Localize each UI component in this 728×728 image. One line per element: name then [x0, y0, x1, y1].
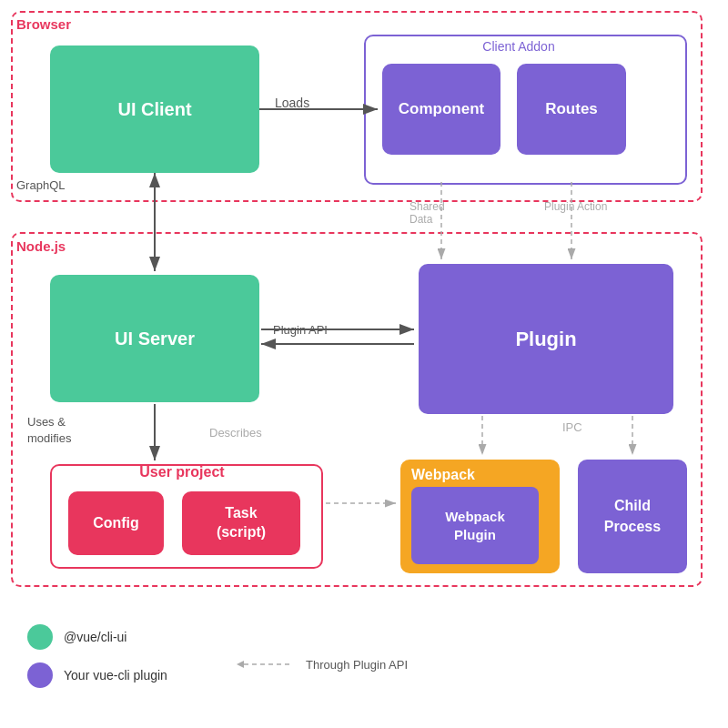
component-label: Component [399, 100, 484, 118]
client-addon-label: Client Addon [414, 39, 623, 54]
graphql-label: GraphQL [16, 178, 65, 192]
legend-arrow-label: Through Plugin API [306, 658, 408, 672]
user-project-label: User project [91, 464, 273, 480]
legend-arrow-item: Through Plugin API [237, 657, 408, 672]
config-box: Config [68, 491, 164, 555]
uses-modifies-label: Uses &modifies [27, 414, 71, 447]
diagram-container: Browser Node.js UI Client Client Addon C… [0, 0, 728, 728]
legend-item-purple: Your vue-cli plugin [27, 662, 167, 688]
legend-green-label: @vue/cli-ui [64, 630, 126, 644]
child-process-label: ChildProcess [604, 496, 661, 537]
legend-arrow-svg [237, 657, 300, 672]
component-box: Component [382, 64, 500, 155]
legend-item-green: @vue/cli-ui [27, 624, 167, 650]
webpack-label: Webpack [411, 467, 475, 483]
shared-data-label: SharedData [410, 200, 445, 226]
browser-label: Browser [16, 16, 71, 32]
loads-label: Loads [275, 96, 309, 110]
webpack-plugin-label: WebpackPlugin [445, 508, 505, 543]
svg-marker-15 [237, 661, 244, 668]
ui-server-box: UI Server [50, 275, 259, 402]
webpack-plugin-box: WebpackPlugin [411, 487, 539, 564]
plugin-box: Plugin [419, 264, 673, 414]
purple-circle-icon [27, 662, 53, 688]
legend: @vue/cli-ui Your vue-cli plugin [27, 624, 167, 701]
routes-label: Routes [545, 100, 598, 118]
plugin-action-label: Plugin Action [544, 200, 607, 213]
child-process-box: ChildProcess [578, 460, 687, 573]
ui-client-box: UI Client [50, 46, 259, 173]
legend-purple-label: Your vue-cli plugin [64, 668, 167, 682]
plugin-label: Plugin [515, 328, 576, 351]
ui-client-label: UI Client [117, 99, 191, 120]
ipc-label: IPC [562, 420, 582, 434]
green-circle-icon [27, 624, 53, 650]
ui-server-label: UI Server [115, 329, 195, 349]
task-label: Task(script) [217, 504, 266, 542]
routes-box: Routes [517, 64, 626, 155]
plugin-api-label: Plugin API [273, 323, 328, 337]
config-label: Config [93, 515, 139, 531]
describes-label: Describes [209, 426, 262, 440]
task-box: Task(script) [182, 491, 300, 555]
nodejs-label: Node.js [16, 238, 66, 254]
